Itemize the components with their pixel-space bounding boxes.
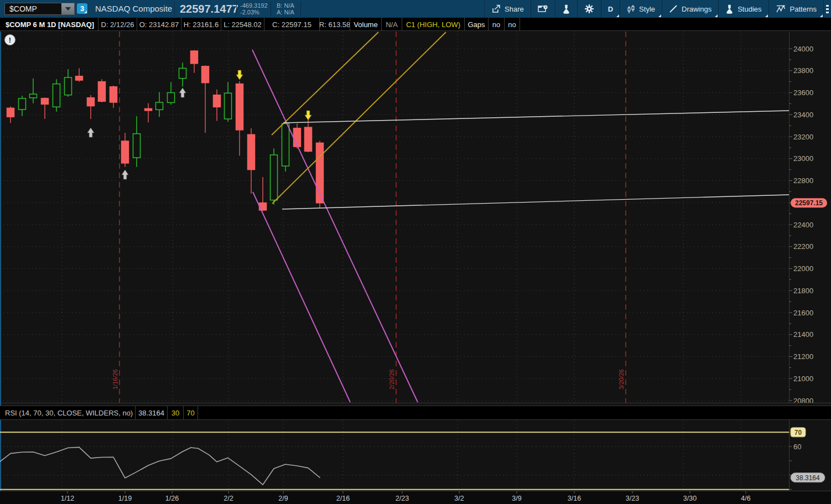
gap-up-cell[interactable]: no xyxy=(489,18,505,31)
time-axis-label: 3/9 xyxy=(512,495,521,502)
last-price: 22597.1477 xyxy=(180,0,235,18)
toolbar-buttons: Share xyxy=(484,0,831,18)
top-toolbar: 3 NASDAQ Composite 22597.1477 -469.3192 … xyxy=(0,0,831,18)
studies-button[interactable]: Studies xyxy=(718,0,768,18)
symbol-dropdown-button[interactable] xyxy=(61,3,74,14)
flask-icon xyxy=(725,4,734,14)
volume-toggle-cell[interactable]: Volume xyxy=(350,18,382,31)
ohlc-low-cell: L: 22548.02 xyxy=(221,18,264,31)
change-percent: -2.03% xyxy=(240,9,268,15)
gap-down-cell[interactable]: no xyxy=(505,18,520,31)
timeframe-button[interactable]: D xyxy=(601,0,620,18)
rsi-title-cell[interactable]: RSI (14, 70, 30, CLOSE, WILDERS, no) xyxy=(0,406,136,419)
rsi-axis-label: 60 xyxy=(793,443,801,451)
price-axis-label: 21600 xyxy=(793,309,813,317)
price-axis-label: 22400 xyxy=(793,221,813,229)
patterns-button[interactable]: Patterns xyxy=(768,0,823,18)
style-label: Style xyxy=(639,5,655,13)
symbol-input[interactable] xyxy=(5,3,61,14)
svg-text:22597.15: 22597.15 xyxy=(795,199,823,207)
time-axis-label: 3/23 xyxy=(626,495,639,502)
time-axis-label: 1/26 xyxy=(165,495,179,502)
chart-status-row: $COMP 6 M 1D [NASDAQ] D: 2/12/26 O: 2314… xyxy=(0,18,831,31)
chart-title-cell: $COMP 6 M 1D [NASDAQ] xyxy=(0,18,98,31)
time-axis-label: 2/16 xyxy=(336,495,350,502)
divider xyxy=(300,2,301,16)
volume-value-cell: N/A xyxy=(382,18,402,31)
price-axis-label: 24000 xyxy=(793,45,813,53)
rsi-value-cell: 38.3164 xyxy=(136,406,168,419)
kebab-menu-icon xyxy=(826,4,829,14)
expiration-date-label: 1/16/26 xyxy=(112,369,118,389)
studies-label: Studies xyxy=(737,5,761,13)
patterns-label: Patterns xyxy=(790,5,817,13)
candle xyxy=(98,79,106,102)
drawings-label: Drawings xyxy=(682,5,711,13)
candle xyxy=(53,79,60,111)
ohlc-high-cell: H: 23161.6 xyxy=(181,18,221,31)
ask-value: A: N/A xyxy=(277,9,294,15)
time-axis-label: 1/19 xyxy=(118,495,132,502)
instrument-name: NASDAQ Composite xyxy=(95,0,172,18)
price-axis-label: 23600 xyxy=(793,89,813,97)
time-axis-label: 2/9 xyxy=(278,495,288,502)
rsi-oversold-cell[interactable]: 30 xyxy=(168,406,184,419)
flask-icon xyxy=(562,4,570,14)
price-chart-canvas: 1/16/262/20/263/20/26!240002380023600234… xyxy=(0,31,831,504)
rsi-value-label: 38.3164 xyxy=(791,473,825,482)
price-axis-label: 22000 xyxy=(793,264,813,273)
gaps-toggle-cell[interactable]: Gaps xyxy=(465,18,489,31)
rsi-overbought-label: 70 xyxy=(791,428,806,437)
time-axis-label: 3/30 xyxy=(683,495,697,502)
chevron-down-icon xyxy=(65,7,71,11)
expiration-date-label: 2/20/26 xyxy=(388,369,395,389)
ohlc-open-cell: O: 23142.87 xyxy=(137,18,181,31)
rsi-header-row: RSI (14, 70, 30, CLOSE, WILDERS, no) 38.… xyxy=(0,406,831,420)
divider xyxy=(236,2,237,16)
price-axis-label: 21000 xyxy=(793,375,813,383)
trendline-icon xyxy=(669,4,678,13)
symbol-input-group[interactable] xyxy=(4,3,75,15)
ohlc-close-cell: C: 22597.15 xyxy=(264,18,320,31)
drawings-button[interactable]: Drawings xyxy=(662,0,718,18)
compare-study-cell[interactable]: C1 (HIGH, LOW) xyxy=(402,18,465,31)
price-axis-label: 23800 xyxy=(793,66,813,75)
price-axis-label: 22800 xyxy=(793,176,813,185)
change-block: -469.3192 -2.03% xyxy=(240,2,268,15)
share-label: Share xyxy=(505,5,524,13)
divider xyxy=(271,2,271,16)
link-group-badge[interactable]: 3 xyxy=(77,3,87,14)
time-axis-label: 2/2 xyxy=(224,495,233,502)
rsi-overbought-cell[interactable]: 70 xyxy=(184,406,198,419)
price-axis-label: 21800 xyxy=(793,287,813,295)
bid-ask-block: B: N/A A: N/A xyxy=(277,2,294,15)
change-value: -469.3192 xyxy=(240,2,268,9)
price-axis-label: 20800 xyxy=(793,397,813,405)
price-axis-label: 23200 xyxy=(793,133,813,141)
time-axis-label: 3/16 xyxy=(568,495,581,502)
candle xyxy=(282,121,289,172)
last-price-label: 22597.15 xyxy=(791,198,827,207)
economic-events-button[interactable] xyxy=(531,0,555,18)
candlestick-icon xyxy=(627,4,635,14)
svg-text:!: ! xyxy=(9,36,11,44)
style-button[interactable]: Style xyxy=(620,0,662,18)
gear-icon xyxy=(584,4,594,14)
time-axis-label: 1/12 xyxy=(61,495,74,502)
more-button[interactable] xyxy=(823,0,831,18)
time-axis-label: 4/6 xyxy=(741,495,750,502)
share-button[interactable]: Share xyxy=(484,0,531,18)
price-axis-label: 23000 xyxy=(793,154,813,163)
alert-icon[interactable]: ! xyxy=(5,35,15,45)
analysis-tools-button[interactable] xyxy=(555,0,577,18)
calendar-event-icon xyxy=(538,4,548,14)
price-axis-label: 23400 xyxy=(793,111,813,119)
timeframe-label: D xyxy=(608,5,613,13)
settings-button[interactable] xyxy=(577,0,601,18)
price-axis-label: 22200 xyxy=(793,242,813,251)
svg-text:38.3164: 38.3164 xyxy=(796,474,820,482)
time-axis-label: 3/2 xyxy=(454,495,464,502)
patterns-icon xyxy=(776,4,786,13)
ohlc-range-cell: R: 613.58 xyxy=(320,18,350,31)
price-axis-label: 21200 xyxy=(793,352,813,361)
